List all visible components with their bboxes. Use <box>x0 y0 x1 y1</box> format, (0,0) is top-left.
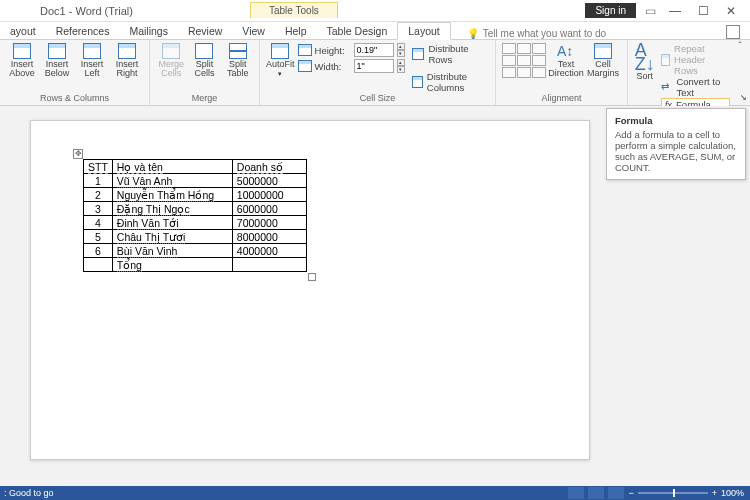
view-mode-web-icon[interactable] <box>608 487 624 499</box>
table-icon <box>83 43 101 59</box>
height-spinner[interactable]: ▴▾ <box>397 43 405 57</box>
width-label: Width: <box>315 61 351 72</box>
ribbon-tabs: ayout References Mailings Review View He… <box>0 22 750 40</box>
tell-me-placeholder: Tell me what you want to do <box>483 28 606 39</box>
text-direction-button[interactable]: A↕Text Direction <box>549 43 583 79</box>
ribbon-options-icon[interactable]: ▭ <box>642 3 658 19</box>
height-input[interactable] <box>354 43 394 57</box>
tab-table-design[interactable]: Table Design <box>317 23 398 39</box>
minimize-icon[interactable]: — <box>664 2 686 20</box>
group-label-merge: Merge <box>156 93 253 103</box>
table-icon <box>13 43 31 59</box>
cell-margins-icon <box>594 43 612 59</box>
text-direction-icon: A↕ <box>557 43 575 59</box>
tab-references[interactable]: References <box>46 23 120 39</box>
close-icon[interactable]: ✕ <box>720 2 742 20</box>
page[interactable]: ✥ STTHọ và tênDoanh số1Vũ Vân Anh5000000… <box>30 120 590 460</box>
group-label-alignment: Alignment <box>502 93 621 103</box>
tab-mailings[interactable]: Mailings <box>119 23 178 39</box>
insert-left-button[interactable]: Insert Left <box>76 43 108 79</box>
share-icon[interactable] <box>726 25 740 39</box>
split-cells-icon <box>195 43 213 59</box>
maximize-icon[interactable]: ☐ <box>692 2 714 20</box>
split-cells-button[interactable]: Split Cells <box>189 43 219 79</box>
bulb-icon: 💡 <box>467 28 479 39</box>
dist-rows-icon <box>412 48 425 60</box>
insert-right-button[interactable]: Insert Right <box>111 43 143 79</box>
width-input[interactable] <box>354 59 394 73</box>
tell-me-input[interactable]: 💡Tell me what you want to do <box>467 28 606 39</box>
cell-margins-button[interactable]: Cell Margins <box>586 43 620 79</box>
status-bar: : Good to go − + 100% <box>0 486 750 500</box>
zoom-slider[interactable] <box>638 492 708 494</box>
table-icon <box>48 43 66 59</box>
doc-title: Doc1 - Word (Trial) <box>40 5 133 17</box>
tab-page-layout[interactable]: ayout <box>0 23 46 39</box>
tooltip-body: Add a formula to a cell to perform a sim… <box>615 129 737 173</box>
group-label-cell-size: Cell Size <box>266 93 489 103</box>
tab-table-layout[interactable]: Layout <box>397 22 451 40</box>
tab-review[interactable]: Review <box>178 23 232 39</box>
table-icon <box>162 43 180 59</box>
status-text: : Good to go <box>0 488 54 498</box>
zoom-out-icon[interactable]: − <box>628 488 633 498</box>
group-label-rows-columns: Rows & Columns <box>6 93 143 103</box>
tab-view[interactable]: View <box>232 23 275 39</box>
zoom-in-icon[interactable]: + <box>712 488 717 498</box>
zoom-value[interactable]: 100% <box>721 488 744 498</box>
tab-help[interactable]: Help <box>275 23 317 39</box>
table-resize-handle[interactable] <box>308 273 316 281</box>
repeat-header-rows-button: Repeat Header Rows <box>661 43 730 76</box>
convert-icon: ⇄ <box>661 81 673 93</box>
sign-in-button[interactable]: Sign in <box>585 3 636 18</box>
split-table-icon <box>229 43 247 59</box>
autofit-button[interactable]: AutoFit▾ <box>266 43 295 78</box>
ribbon: Insert Above Insert Below Insert Left In… <box>0 40 750 106</box>
tooltip-title: Formula <box>615 115 737 126</box>
convert-to-text-button[interactable]: ⇄Convert to Text <box>661 76 730 98</box>
table-icon <box>118 43 136 59</box>
width-spinner[interactable]: ▴▾ <box>397 59 405 73</box>
distribute-cols-button[interactable]: Distribute Columns <box>412 71 489 93</box>
document-table[interactable]: STTHọ và tênDoanh số1Vũ Vân Anh50000002N… <box>83 159 307 272</box>
autofit-icon <box>271 43 289 59</box>
view-mode-print-icon[interactable] <box>588 487 604 499</box>
view-mode-read-icon[interactable] <box>568 487 584 499</box>
distribute-rows-button[interactable]: Distribute Rows <box>412 43 489 65</box>
insert-above-button[interactable]: Insert Above <box>6 43 38 79</box>
table-move-handle[interactable]: ✥ <box>73 149 83 159</box>
height-icon <box>298 44 312 56</box>
split-table-button[interactable]: Split Table <box>223 43 253 79</box>
repeat-rows-icon <box>661 54 670 66</box>
context-tab-label: Table Tools <box>250 2 338 18</box>
height-label: Height: <box>315 45 351 56</box>
width-icon <box>298 60 312 72</box>
formula-tooltip: Formula Add a formula to a cell to perfo… <box>606 108 746 180</box>
alignment-grid[interactable] <box>502 43 546 78</box>
sort-icon: AZ↓ <box>635 43 655 71</box>
dist-cols-icon <box>412 76 423 88</box>
insert-below-button[interactable]: Insert Below <box>41 43 73 79</box>
merge-cells-button: Merge Cells <box>156 43 186 79</box>
sort-button[interactable]: AZ↓Sort <box>634 43 656 81</box>
dialog-launcher-icon[interactable]: ↘ <box>738 93 748 103</box>
